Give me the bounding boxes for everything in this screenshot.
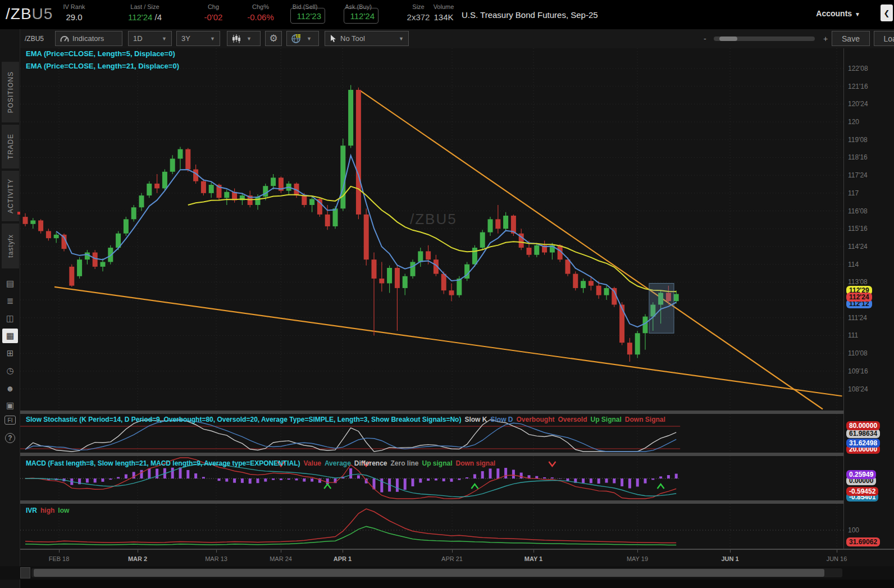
accounts-dropdown[interactable]: Accounts▼ <box>816 9 860 18</box>
price-chart-pane[interactable] <box>20 48 843 411</box>
axis-value-badge: 31.62498 <box>846 439 880 448</box>
time-tick-label: JUN 16 <box>827 555 847 562</box>
sidebar-tab-positions[interactable]: POSITIONS <box>2 62 19 122</box>
watchlist-icon[interactable]: ≣ <box>2 294 18 308</box>
time-tick-mark <box>730 550 731 553</box>
time-tick-mark <box>837 550 837 553</box>
price-tick: 111'24 <box>848 314 867 322</box>
axis-value-badge: 112'24 <box>846 293 872 302</box>
ema21-label: EMA (Price=CLOSE, Length=21, Displace=0) <box>26 62 179 70</box>
sidebar-tab-trade[interactable]: TRADE <box>2 125 19 168</box>
time-tick-label: FEB 18 <box>49 555 70 562</box>
history-icon[interactable]: ◷ <box>2 363 18 378</box>
time-tick-label: JUN 1 <box>721 555 738 562</box>
time-tick-mark <box>138 550 138 553</box>
time-tick-label: MAY 19 <box>627 555 648 562</box>
ivr-axis-tick: 100 <box>848 526 859 534</box>
price-axis[interactable]: 122'08121'16120'24120119'08118'16117'241… <box>843 48 894 566</box>
calendar-icon[interactable]: ▣ <box>2 398 18 413</box>
stochastic-study-label: Slow Stochastic (K Period=14, D Period=9… <box>26 416 669 423</box>
ema5-label: EMA (Price=CLOSE, Length=5, Displace=0) <box>26 49 179 58</box>
bid-button[interactable]: 112'23 <box>290 8 325 24</box>
legend-item: Overbought <box>516 416 554 423</box>
monitor-icon[interactable]: ◫ <box>2 311 18 326</box>
indicators-button[interactable]: Indicators <box>55 31 122 46</box>
drawing-tool-dropdown[interactable]: No Tool▼ <box>325 31 409 46</box>
chart-grid-icon[interactable]: ▦ <box>2 329 18 343</box>
legend-item: Average <box>325 459 351 467</box>
time-tick-label: APR 21 <box>441 555 463 562</box>
zoom-in-button[interactable]: + <box>823 34 828 43</box>
price-tick: 119'08 <box>848 136 868 144</box>
instrument-title: U.S. Treasury Bond Futures, Sep-25 <box>462 10 598 20</box>
price-tick: 120'24 <box>848 100 868 108</box>
legend-item: Down Signal <box>625 416 665 423</box>
sidebar-tab-activity[interactable]: ACTIVITY <box>2 171 19 221</box>
zoom-out-button[interactable]: - <box>704 34 706 43</box>
time-tick-label: MAR 13 <box>205 555 227 562</box>
chevron-down-icon: ▼ <box>855 11 860 17</box>
chart-settings-button[interactable]: ⚙ <box>265 31 282 46</box>
time-tick-mark <box>637 550 638 553</box>
legend-item: Value <box>304 459 321 467</box>
scrollbar-track[interactable] <box>31 568 842 577</box>
gauge-icon <box>60 35 69 43</box>
chart-type-dropdown[interactable]: ▼ <box>227 31 261 46</box>
study-parameters: Slow Stochastic (K Period=14, D Period=9… <box>26 416 461 423</box>
price-tick: 121'16 <box>848 83 868 90</box>
chevron-down-icon: ▼ <box>307 36 312 42</box>
legend-item: Oversold <box>558 416 587 423</box>
price-tick: 117'24 <box>848 171 868 179</box>
price-tick: 118'16 <box>848 153 868 161</box>
price-tick: 111 <box>848 331 858 339</box>
price-tick: 110'08 <box>848 349 868 357</box>
ask-button[interactable]: 112'24 <box>344 8 378 24</box>
legend-item: Up Signal <box>591 416 622 423</box>
save-button[interactable]: Save <box>832 31 870 46</box>
time-tick-label: APR 1 <box>334 555 352 562</box>
legend-item: Difference <box>354 459 387 467</box>
price-tick: 117 <box>848 189 859 197</box>
fi-icon[interactable]: FI <box>4 416 16 425</box>
ivr-study-label: IVRhighlow <box>26 507 72 514</box>
price-tick: 120 <box>848 118 859 126</box>
range-dropdown[interactable]: 3Y▼ <box>176 31 220 46</box>
layout-dropdown[interactable]: ▼ <box>286 31 319 46</box>
axis-value-badge: 0.25949 <box>846 470 876 479</box>
help-icon[interactable]: ? <box>5 433 15 443</box>
chevron-down-icon: ▼ <box>399 36 404 42</box>
chart-scrollbar <box>0 566 894 580</box>
price-tick: 122'08 <box>848 65 868 72</box>
legend-item: Down signal <box>456 459 496 467</box>
time-tick-label: MAR 2 <box>128 555 147 562</box>
legend-item: low <box>58 507 69 514</box>
legend-item: Slow D <box>490 416 513 423</box>
time-tick-label: MAY 1 <box>524 555 542 562</box>
cursor-icon <box>330 34 337 43</box>
chevron-down-icon: ▼ <box>210 36 215 42</box>
candlestick-icon <box>232 34 241 43</box>
price-tick: 113'08 <box>848 278 868 286</box>
community-icon[interactable]: ☻ <box>2 381 18 395</box>
load-button[interactable]: Load <box>874 31 894 46</box>
symbol-watermark: /ZBU5 <box>410 211 457 228</box>
ema-study-labels: EMA (Price=CLOSE, Length=5, Displace=0) … <box>26 49 179 74</box>
legend-item: high <box>40 507 54 514</box>
price-tick: 108'24 <box>848 385 868 393</box>
legend-item: Slow K <box>464 416 487 423</box>
collapse-panel-button[interactable]: ❮ <box>881 4 893 21</box>
scrollbar-left-button[interactable] <box>20 567 30 578</box>
axis-value-badge: 61.98634 <box>846 429 880 438</box>
zoom-slider[interactable] <box>714 37 815 41</box>
time-axis[interactable]: FEB 18MAR 2MAR 13MAR 24APR 1APR 21MAY 1M… <box>20 549 894 566</box>
news-icon[interactable]: ▤ <box>2 276 18 291</box>
sidebar-tab-tastyfx[interactable]: tastyfx <box>2 224 19 268</box>
timeframe-dropdown[interactable]: 1D▼ <box>128 31 172 46</box>
quote-header: /ZBU5 IV Rank29.0Last / Size112'24 /4Chg… <box>0 0 894 29</box>
scrollbar-thumb[interactable] <box>34 569 824 577</box>
ivr-pane[interactable] <box>20 504 843 549</box>
dashboard-icon[interactable]: ⊞ <box>2 346 18 361</box>
time-tick-mark <box>343 550 343 553</box>
legend-item: Zero line <box>391 459 419 467</box>
zoom-slider-thumb[interactable] <box>719 37 737 41</box>
